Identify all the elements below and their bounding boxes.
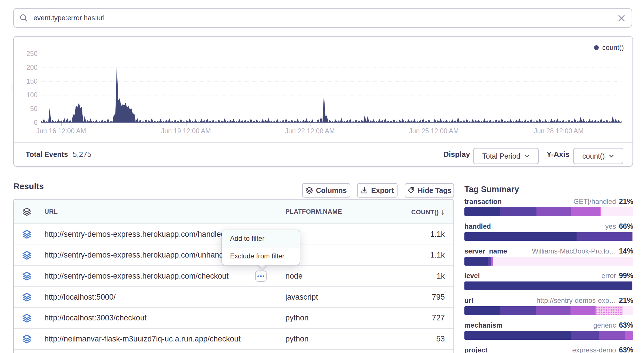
legend-dot-icon	[594, 45, 599, 50]
column-header-platform-name[interactable]: PLATFORM.NAME	[285, 208, 378, 215]
tag-bar-segment[interactable]	[632, 281, 633, 290]
table-row: http://neilmanvar-flask-m3uuizd7iq-uc.a.…	[14, 329, 453, 350]
tag-bar-segment[interactable]	[536, 306, 570, 315]
columns-button[interactable]: Columns	[302, 183, 350, 198]
x-axis-tick-label: Jun 16 12:00 AM	[24, 127, 99, 135]
display-label: Display	[443, 143, 470, 166]
url-cell[interactable]: http://localhost:5000/	[44, 293, 116, 302]
platform-cell: python	[285, 335, 378, 343]
tag-top-percent: 21%	[619, 296, 633, 305]
tag-bar-segment[interactable]	[536, 207, 571, 216]
display-dropdown[interactable]: Total Period	[473, 148, 539, 164]
column-header-stack-icon[interactable]	[14, 207, 40, 216]
tag-top-percent: 14%	[619, 247, 633, 255]
tag-bar-segment[interactable]	[464, 207, 500, 216]
tag-top-value: http://sentry-demos-exp…	[536, 296, 616, 305]
layers-icon	[306, 187, 313, 194]
tag-summary-title: Tag Summary	[464, 185, 633, 194]
x-axis-tick	[434, 123, 434, 126]
tag-bar-segment[interactable]	[601, 207, 633, 216]
url-cell[interactable]: http://sentry-demos-express.herokuapp.co…	[44, 251, 234, 260]
tag-bar-segment[interactable]	[623, 306, 633, 315]
menu-item-exclude-from-filter[interactable]: Exclude from filter	[222, 247, 300, 265]
url-cell[interactable]: http://sentry-demos-express.herokuapp.co…	[44, 230, 225, 239]
count-cell: 795	[378, 293, 453, 302]
tag-name: server_name	[464, 247, 507, 255]
tag-row-handled: handledyes66%	[464, 222, 633, 230]
tag-name: transaction	[464, 198, 502, 206]
total-events-value: 5,275	[73, 143, 91, 166]
tag-row-mechanism: mechanismgeneric63%	[464, 321, 633, 329]
count-cell: 53	[378, 335, 453, 343]
tag-bar	[464, 232, 633, 241]
platform-cell: python	[285, 313, 378, 322]
tag-bar-segment[interactable]	[488, 257, 491, 266]
events-chart-panel: count() 250200150100500 Jun 16 12:00 AMJ…	[13, 36, 633, 167]
export-button[interactable]: Export	[357, 183, 398, 198]
tag-bar-segment[interactable]	[571, 207, 600, 216]
search-bar[interactable]: event.type:error has:url	[13, 8, 632, 28]
column-header-count[interactable]: COUNT()↓	[378, 207, 453, 216]
yaxis-dropdown[interactable]: count()	[573, 148, 623, 164]
y-axis-tick-label: 0	[14, 119, 37, 127]
hide-tags-button-label: Hide Tags	[418, 186, 452, 195]
url-cell[interactable]: http://sentry-demos-express.herokuapp.co…	[44, 272, 229, 281]
count-header-label: COUNT()	[411, 209, 439, 216]
tag-bar-segment[interactable]	[625, 331, 633, 340]
results-table: URL PLATFORM.NAME COUNT()↓ http://sentry…	[13, 199, 454, 353]
tag-row-url: urlhttp://sentry-demos-exp…21%	[464, 296, 633, 305]
hide-tags-button[interactable]: Hide Tags	[405, 183, 454, 198]
tag-bar-segment[interactable]	[632, 232, 633, 241]
tag-bar	[464, 207, 633, 216]
tag-bar-segment[interactable]	[571, 331, 599, 340]
menu-item-add-to-filter[interactable]: Add to filter	[222, 230, 300, 247]
url-cell[interactable]: http://neilmanvar-flask-m3uuizd7iq-uc.a.…	[44, 335, 241, 343]
tag-bar	[464, 331, 633, 340]
tag-bar-segment[interactable]	[491, 257, 493, 266]
tag-top-percent: 21%	[619, 197, 633, 206]
tag-bar-segment[interactable]	[464, 257, 488, 266]
chart-legend[interactable]: count()	[594, 44, 624, 52]
tag-row-transaction: transactionGET|/handled21%	[464, 197, 633, 206]
clear-search-icon[interactable]	[618, 14, 625, 22]
column-header-url[interactable]: URL	[40, 208, 285, 215]
yaxis-label: Y-Axis	[547, 143, 570, 166]
tag-bar-segment[interactable]	[570, 306, 596, 315]
row-actions-button[interactable]	[255, 272, 267, 281]
tag-top-value: error	[601, 272, 616, 280]
table-header-row: URL PLATFORM.NAME COUNT()↓	[14, 200, 453, 224]
layers-icon	[22, 271, 31, 281]
context-menu: Add to filter Exclude from filter	[222, 230, 300, 265]
tag-bar-segment[interactable]	[500, 306, 536, 315]
tag-bar-segment[interactable]	[596, 306, 623, 315]
url-cell[interactable]: http://localhost:3003/checkout	[44, 313, 147, 322]
x-axis-tick	[559, 123, 559, 126]
download-icon	[361, 187, 368, 194]
tag-bar-segment[interactable]	[464, 232, 577, 241]
tag-bar-segment[interactable]	[577, 232, 633, 241]
tag-top-value: Williams-MacBook-Pro.lo…	[532, 247, 616, 255]
sort-desc-arrow-icon: ↓	[440, 207, 445, 216]
events-area-chart	[41, 52, 622, 123]
tag-name: handled	[464, 222, 491, 230]
tag-bar-segment[interactable]	[464, 281, 632, 290]
table-row: http://sentry-demos-express.herokuapp.co…	[14, 266, 453, 287]
tag-name: url	[464, 296, 473, 305]
display-dropdown-value: Total Period	[482, 152, 520, 160]
export-button-label: Export	[371, 186, 394, 195]
y-axis-tick-label: 50	[14, 105, 37, 113]
tag-top-value: yes	[605, 222, 616, 230]
chevron-down-icon	[609, 154, 614, 158]
tag-bar-segment[interactable]	[599, 331, 625, 340]
count-cell: 727	[378, 313, 453, 322]
tag-icon	[407, 187, 415, 194]
layers-icon	[22, 230, 31, 239]
y-axis-tick-label: 250	[14, 50, 37, 58]
search-input[interactable]: event.type:error has:url	[33, 14, 105, 22]
tag-bar-segment[interactable]	[464, 306, 500, 315]
tag-bar-segment[interactable]	[500, 207, 536, 216]
tag-bar-segment[interactable]	[493, 257, 633, 266]
table-row: http://localhost:5000/javascript795	[14, 287, 453, 308]
tag-name: mechanism	[464, 321, 502, 329]
tag-bar-segment[interactable]	[464, 331, 571, 340]
